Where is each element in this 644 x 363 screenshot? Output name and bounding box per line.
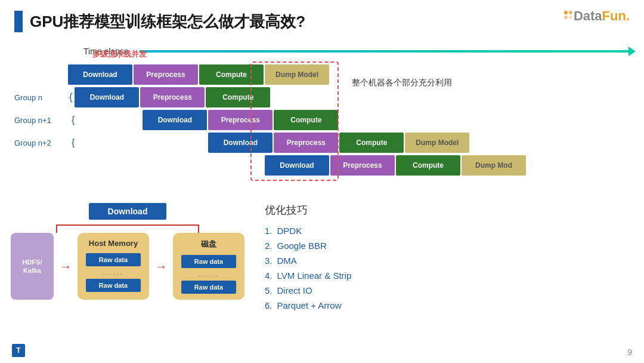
block-dump-3: Dump Model [405,133,469,153]
disk-card: 磁盘 Raw data ...... Raw data [173,233,244,300]
block-preprocess-2: Preprocess [208,110,273,130]
raw-data-block-1: Raw data [86,253,141,266]
row-label-3: Group n+2 [14,139,72,147]
block-download-3: Download [208,133,273,153]
brace-2: { [72,115,75,125]
arrow-line [140,50,630,53]
title-accent [14,11,23,32]
block-compute-0: Compute [199,64,264,85]
raw-data-block-4: Raw data [181,281,236,294]
pipeline-row-1: Group n { Download Preprocess Compute [14,87,271,107]
download-diagram: Download HDFS/ Kafka → Host Memory Raw d… [14,203,241,315]
optim-title: 优化技巧 [265,203,630,217]
row-label-1: Group n [14,93,69,102]
hdfs-box: HDFS/ Kafka [11,233,54,300]
brace-3: { [72,137,75,148]
row-label-2: Group n+1 [14,116,72,125]
hdfs-label: HDFS/ Kafka [17,258,48,275]
optim-list: 1. DPDK 2. Google BBR 3. DMA 4. LVM Line… [265,226,630,310]
logo-text: DataFun. [574,8,630,24]
block-compute-2: Compute [274,110,338,130]
host-memory-title: Host Memory [89,239,138,248]
raw-data-block-2: Raw data [86,279,141,292]
optim-section: 优化技巧 1. DPDK 2. Google BBR 3. DMA 4. LVM… [265,203,630,315]
block-preprocess-4: Preprocess [330,155,395,176]
memory-boxes: HDFS/ Kafka → Host Memory Raw data .....… [11,233,244,300]
block-download-1: Download [75,87,139,107]
bottom-icon: T [12,344,25,357]
raw-data-block-3: Raw data [181,255,236,268]
title-bar: GPU推荐模型训练框架怎么做才最高效? [0,0,644,36]
block-compute-3: Compute [339,133,404,153]
optim-item-6: 6. Parquet + Arrow [265,300,630,310]
host-memory-card: Host Memory Raw data ...... Raw data [78,233,149,300]
logo-area: DataFun. [564,8,630,24]
block-preprocess-1: Preprocess [140,87,205,107]
block-download-2: Download [143,110,207,130]
page-number: 9 [627,347,632,357]
pipeline-row-3: Group n+2 { Download Preprocess Compute … [14,133,470,153]
pipeline-label: 多级流水线并发 [92,49,147,60]
bottom-section: Download HDFS/ Kafka → Host Memory Raw d… [14,203,630,315]
block-preprocess-0: Preprocess [134,64,198,85]
dots-1: ...... [103,269,124,276]
pipeline-row-4: Download Preprocess Compute Dump Mod [68,155,527,176]
logo-data: Data [574,8,602,23]
optim-item-4: 4. LVM Linear & Strip [265,270,630,281]
optim-item-3: 3. DMA [265,256,630,266]
block-compute-4: Compute [396,155,460,176]
download-btn-top: Download [89,203,167,220]
arrow-right-2: → [155,260,167,273]
dots-2: ...... [199,271,219,278]
annotation: 整个机器各个部分充分利用 [352,78,452,88]
block-download-4: Download [265,155,329,176]
arrow-head [628,47,636,56]
optim-item-2: 2. Google BBR [265,241,630,251]
time-arrow-row: Time elapse [83,47,630,56]
block-dump-0: Dump Model [265,64,329,85]
block-preprocess-3: Preprocess [274,133,338,153]
optim-item-5: 5. Direct IO [265,285,630,296]
disk-title: 磁盘 [201,239,216,250]
pipeline-row-0: Download Preprocess Compute Dump Model [68,64,330,85]
optim-item-1: 1. DPDK [265,226,630,236]
pipeline-row-2: Group n+1 { Download Preprocess Compute [14,110,339,130]
brace-bracket-top [56,224,199,233]
logo-dots [564,11,572,19]
block-compute-1: Compute [206,87,270,107]
arrow-right: → [60,260,72,273]
brace-1: { [69,92,72,103]
block-dump-4: Dump Mod [462,155,526,176]
page-title: GPU推荐模型训练框架怎么做才最高效? [30,11,305,32]
logo-fun: Fun. [602,8,630,23]
block-download-0: Download [68,64,132,85]
